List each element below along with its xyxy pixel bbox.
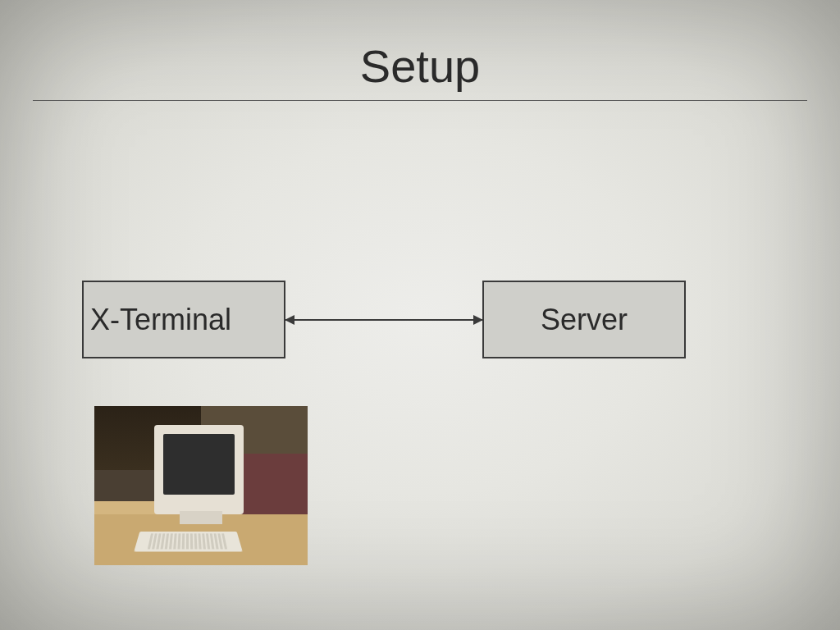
keyboard-keys xyxy=(148,534,229,550)
title-divider xyxy=(33,100,807,101)
xterminal-box: X-Terminal xyxy=(82,281,285,358)
xterminal-label: X-Terminal xyxy=(90,303,231,337)
server-box: Server xyxy=(482,281,686,358)
server-label: Server xyxy=(541,303,628,337)
keyboard-icon xyxy=(134,532,242,552)
slide-title: Setup xyxy=(0,39,840,93)
monitor-screen xyxy=(163,434,235,495)
connection-arrow xyxy=(285,319,482,321)
crt-monitor-icon xyxy=(154,425,244,514)
terminal-photo xyxy=(94,406,308,565)
monitor-stand xyxy=(180,511,222,524)
